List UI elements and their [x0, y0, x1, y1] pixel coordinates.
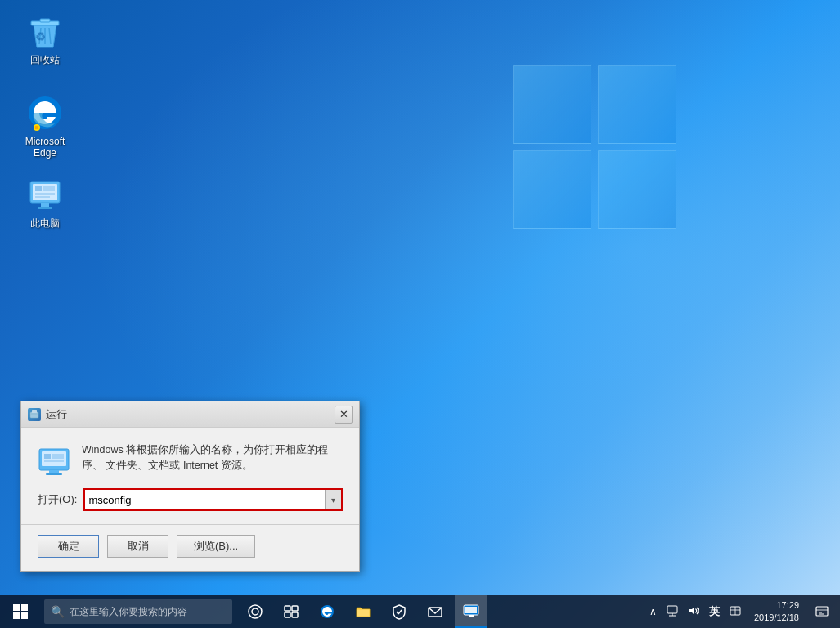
logo-pane-tr — [598, 65, 676, 144]
svg-rect-19 — [32, 410, 37, 413]
svg-rect-40 — [465, 607, 477, 613]
taskbar-search[interactable]: 🔍 在这里输入你要搜索的内容 — [44, 599, 232, 624]
logo-pane-bl — [513, 150, 591, 229]
volume-icon[interactable] — [685, 603, 703, 621]
dialog-confirm-button[interactable]: 确定 — [38, 535, 99, 558]
svg-rect-23 — [49, 470, 59, 473]
ime-layout-svg — [730, 605, 741, 617]
svg-rect-27 — [44, 460, 64, 462]
network-icon[interactable] — [663, 603, 681, 621]
volume-svg — [688, 605, 699, 617]
svg-line-37 — [398, 610, 402, 614]
svg-point-29 — [252, 608, 258, 615]
dialog-close-button[interactable]: ✕ — [335, 406, 353, 424]
recycle-bin-svg: ♻ — [27, 13, 63, 49]
dialog-browse-button[interactable]: 浏览(B)... — [177, 535, 255, 558]
run-dialog: 运行 ✕ Windows 将根据你所输入的名称，为你打开相应 — [20, 401, 360, 572]
security-icon — [391, 603, 407, 620]
run-dialog-icon-svg — [29, 410, 39, 419]
svg-rect-33 — [292, 612, 298, 617]
dialog-title-icon — [28, 408, 41, 421]
windows-logo — [513, 65, 676, 229]
taskbar-edge-icon — [319, 603, 335, 620]
svg-rect-2 — [40, 19, 50, 22]
dialog-open-label: 打开(O): — [38, 492, 77, 507]
svg-rect-12 — [41, 203, 49, 207]
taskbar-mail-button[interactable] — [419, 595, 451, 628]
ime-layout-icon[interactable] — [726, 603, 744, 621]
taskbar-remote-desktop-button[interactable] — [455, 595, 487, 628]
this-pc-svg — [27, 177, 63, 213]
network-svg — [667, 605, 678, 617]
taskbar-search-placeholder: 在这里输入你要搜索的内容 — [70, 605, 187, 619]
svg-text:♻: ♻ — [35, 30, 46, 43]
taskbar-date: 2019/12/18 — [754, 612, 799, 624]
dialog-desc-text: Windows 将根据你所输入的名称，为你打开相应的程序、 文件夹、文档或 In… — [82, 442, 343, 473]
desktop: ♻ 回收站 MicrosoftEdge — [0, 0, 840, 628]
dialog-description: Windows 将根据你所输入的名称，为你打开相应的程序、 文件夹、文档或 In… — [38, 442, 343, 475]
taskbar-security-button[interactable] — [383, 595, 416, 628]
svg-rect-41 — [469, 615, 474, 617]
cortana-button[interactable] — [239, 595, 272, 628]
svg-rect-31 — [292, 606, 298, 611]
dialog-open-row: 打开(O): ▾ — [38, 488, 343, 511]
dialog-input-field[interactable] — [85, 492, 325, 508]
taskbar-right: ∧ 英 — [646, 595, 840, 628]
dialog-desc-icon — [38, 442, 70, 475]
recycle-bin-image: ♻ — [25, 11, 65, 51]
start-button[interactable] — [0, 595, 41, 628]
recycle-bin-icon[interactable]: ♻ 回收站 — [12, 8, 78, 69]
remote-desktop-icon — [463, 603, 479, 619]
svg-rect-42 — [467, 617, 475, 617]
taskbar-clock[interactable]: 17:29 2019/12/18 — [748, 598, 806, 626]
system-tray-icons: ∧ 英 — [646, 603, 744, 621]
start-sq-bl — [13, 612, 20, 619]
svg-rect-35 — [357, 609, 370, 617]
svg-rect-14 — [35, 186, 42, 191]
ime-indicator[interactable]: 英 — [706, 603, 723, 621]
notification-center-button[interactable] — [809, 595, 835, 628]
svg-rect-15 — [43, 186, 55, 191]
dialog-dropdown-button[interactable]: ▾ — [325, 490, 341, 509]
this-pc-image — [25, 175, 65, 214]
start-sq-tr — [21, 604, 28, 611]
dialog-separator — [21, 524, 359, 525]
svg-rect-18 — [30, 412, 38, 418]
mail-icon — [427, 603, 443, 620]
edge-image — [25, 93, 65, 132]
taskbar-app-icons — [239, 595, 487, 628]
taskbar-file-explorer-button[interactable] — [347, 595, 380, 628]
search-icon: 🔍 — [51, 605, 65, 618]
this-pc-icon[interactable]: 此电脑 — [12, 172, 78, 232]
edge-svg — [27, 95, 63, 131]
svg-rect-43 — [667, 606, 677, 613]
dialog-title-left: 运行 — [28, 407, 67, 422]
taskbar-edge-button[interactable] — [311, 595, 344, 628]
notification-icon — [815, 605, 829, 618]
start-sq-tl — [13, 604, 20, 611]
dialog-body: Windows 将根据你所输入的名称，为你打开相应的程序、 文件夹、文档或 In… — [21, 428, 359, 571]
recycle-bin-label: 回收站 — [30, 54, 60, 65]
cortana-icon — [247, 603, 263, 620]
svg-rect-17 — [35, 196, 50, 198]
run-icon-svg — [38, 442, 70, 475]
task-view-button[interactable] — [275, 595, 308, 628]
start-sq-br — [21, 612, 28, 619]
logo-pane-br — [598, 150, 676, 229]
svg-rect-24 — [46, 473, 62, 475]
start-icon — [13, 604, 28, 619]
svg-rect-9 — [35, 126, 38, 129]
svg-rect-16 — [35, 193, 55, 195]
taskbar-time: 17:29 — [776, 599, 799, 612]
svg-point-28 — [249, 605, 262, 618]
dialog-cancel-button[interactable]: 取消 — [107, 535, 168, 558]
edge-label: MicrosoftEdge — [25, 136, 65, 159]
task-view-icon — [283, 603, 299, 620]
svg-marker-46 — [689, 607, 694, 615]
dialog-titlebar: 运行 ✕ — [21, 401, 359, 428]
svg-rect-30 — [285, 606, 290, 611]
edge-icon[interactable]: MicrosoftEdge — [12, 90, 78, 163]
logo-pane-tl — [513, 65, 591, 144]
tray-expand-icon[interactable]: ∧ — [646, 604, 660, 619]
svg-rect-25 — [44, 454, 51, 459]
